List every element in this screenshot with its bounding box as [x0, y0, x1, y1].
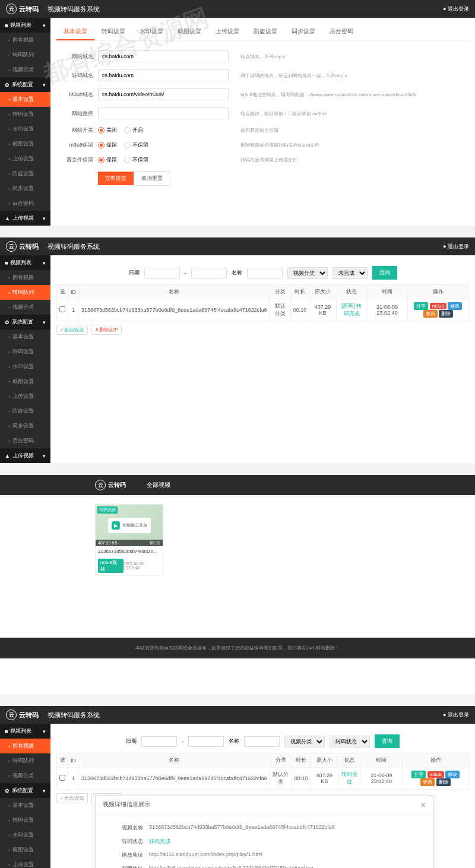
submit-button[interactable]: 立即提交: [98, 172, 134, 185]
sidebar-item-视频列表[interactable]: ■视频列表▾: [0, 18, 50, 33]
sidebar-item-上传设置[interactable]: ▫上传设置: [0, 151, 50, 166]
category-select[interactable]: 视频分类: [287, 267, 328, 279]
sidebar-item-视频分类[interactable]: ▫视频分类: [0, 768, 50, 783]
status-select[interactable]: 未完成: [332, 267, 368, 279]
sidebar-item-后台密码[interactable]: ▫后台密码: [0, 196, 50, 211]
sidebar-item-系统配置[interactable]: ✿系统配置▾: [0, 77, 50, 92]
date-to-input[interactable]: [191, 268, 227, 278]
sidebar-item-视频分类[interactable]: ▫视频分类: [0, 62, 50, 77]
select-all-button[interactable]: ✓全选/反选: [56, 325, 88, 335]
sidebar-item-防盗设置[interactable]: ▫防盗设置: [0, 404, 50, 419]
tab-基本设置[interactable]: 基本设置: [56, 24, 94, 40]
sidebar-item-同步设置[interactable]: ▫同步设置: [0, 181, 50, 196]
name-input[interactable]: [247, 268, 283, 278]
sidebar-item-转码队列[interactable]: ▫转码队列: [0, 47, 50, 62]
form-row: M3u8域名M3u8地址的域名，填写到此如：//www.www.rootcat0…: [56, 85, 469, 104]
radio-option[interactable]: 开启: [124, 126, 143, 134]
menu-label: 水印设置: [12, 831, 34, 839]
sidebar-item-视频分类[interactable]: ▫视频分类: [0, 300, 50, 315]
sidebar-item-上传视频[interactable]: ▲上传视频▾: [0, 211, 50, 226]
radio-option[interactable]: 不保留: [124, 156, 148, 164]
sidebar-item-防盗设置[interactable]: ▫防盗设置: [0, 166, 50, 181]
action-分享[interactable]: 分享: [414, 302, 428, 310]
status-select[interactable]: 转码状态: [330, 736, 370, 747]
modal-close-button[interactable]: ×: [421, 800, 426, 810]
tab-同步设置[interactable]: 同步设置: [284, 24, 322, 40]
sidebar-item-截图设置[interactable]: ▫截图设置: [0, 842, 50, 857]
form-input-转码域名[interactable]: [98, 69, 229, 81]
sidebar-item-水印设置[interactable]: ▫水印设置: [0, 122, 50, 137]
sidebar-item-水印设置[interactable]: ▫水印设置: [0, 828, 50, 842]
tab-转码设置[interactable]: 转码设置: [94, 24, 132, 40]
video-card[interactable]: 转码完成 ▶音频施工开放 407.29 KB00:10 3136673d562b…: [95, 504, 163, 576]
action-分享[interactable]: 分享: [411, 771, 426, 778]
sidebar-item-同步设置[interactable]: ▫同步设置: [0, 419, 50, 433]
search-button[interactable]: 查询: [372, 266, 397, 280]
action-m3u8[interactable]: m3u8: [430, 303, 446, 309]
header: 云云转码 视频转码服务系统 ● 退出登录: [0, 706, 475, 724]
sidebar-item-转码队列[interactable]: ▫转码队列: [0, 753, 50, 768]
tab-水印设置[interactable]: 水印设置: [132, 24, 170, 40]
radio-dot-icon: [124, 157, 131, 163]
row-checkbox[interactable]: [59, 775, 65, 781]
action-更新[interactable]: 更新: [420, 778, 435, 786]
nav-all-videos[interactable]: 全部视频: [147, 481, 170, 489]
sidebar-item-系统配置[interactable]: ✿系统配置▾: [0, 315, 50, 330]
radio-option[interactable]: 关闭: [98, 126, 117, 134]
tab-防盗设置[interactable]: 防盗设置: [246, 24, 284, 40]
sidebar-item-所有视频[interactable]: ▫所有视频: [0, 33, 50, 47]
form-input-网站域名[interactable]: [98, 50, 229, 62]
sidebar-item-上传视频[interactable]: ▲上传视频▾: [0, 448, 50, 463]
date-from-input[interactable]: [144, 268, 180, 278]
radio-option[interactable]: 不保留: [124, 141, 148, 149]
sidebar-item-所有视频[interactable]: ▫所有视频: [0, 270, 50, 285]
action-修改[interactable]: 修改: [445, 771, 460, 778]
date-to-input[interactable]: [188, 736, 224, 747]
search-button[interactable]: 查询: [375, 734, 400, 748]
action-更新[interactable]: 更新: [423, 310, 438, 318]
reset-button[interactable]: 取消重置: [134, 171, 170, 186]
name-input[interactable]: [244, 736, 280, 747]
logout-link[interactable]: ● 退出登录: [443, 243, 469, 251]
select-all-button[interactable]: ✓全选/反选: [56, 793, 88, 803]
date-from-input[interactable]: [141, 736, 177, 747]
sidebar-item-基本设置[interactable]: ▫基本设置: [0, 798, 50, 813]
tab-后台密码[interactable]: 后台密码: [322, 24, 360, 40]
panel-settings: 云云转码 视频转码服务系统 ● 退出登录 ■视频列表▾▫所有视频▫转码队列▫视频…: [0, 0, 475, 226]
tab-上传设置[interactable]: 上传设置: [208, 24, 246, 40]
action-m3u8[interactable]: m3u8: [428, 771, 444, 778]
sidebar-item-转码设置[interactable]: ▫转码设置: [0, 344, 50, 359]
radio-option[interactable]: 保留: [98, 156, 117, 164]
sidebar-item-所有视频[interactable]: ▫所有视频: [0, 739, 50, 753]
sidebar-item-基本设置[interactable]: ▫基本设置: [0, 330, 50, 344]
sidebar-item-截图设置[interactable]: ▫截图设置: [0, 374, 50, 389]
sidebar-item-视频列表[interactable]: ■视频列表▾: [0, 255, 50, 270]
sidebar-item-基本设置[interactable]: ▫基本设置: [0, 92, 50, 107]
form-input-网站路径[interactable]: [98, 107, 229, 119]
sidebar-item-视频列表[interactable]: ■视频列表▾: [0, 724, 50, 739]
sidebar-item-转码设置[interactable]: ▫转码设置: [0, 813, 50, 828]
sidebar-item-上传设置[interactable]: ▫上传设置: [0, 857, 50, 868]
sidebar-item-水印设置[interactable]: ▫水印设置: [0, 359, 50, 374]
action-删除[interactable]: 删除: [436, 778, 451, 786]
sidebar-item-系统配置[interactable]: ✿系统配置▾: [0, 783, 50, 798]
modal-row: 转码状态转码完成: [107, 835, 421, 848]
radio-option[interactable]: 保留: [98, 141, 117, 149]
action-删除[interactable]: 删除: [439, 310, 453, 318]
sidebar-item-截图设置[interactable]: ▫截图设置: [0, 137, 50, 151]
logout-link[interactable]: ● 退出登录: [443, 711, 469, 719]
action-修改[interactable]: 修改: [448, 302, 462, 310]
sidebar-item-上传设置[interactable]: ▫上传设置: [0, 389, 50, 404]
form-input-M3u8域名[interactable]: [98, 88, 229, 100]
row-checkbox[interactable]: [59, 306, 65, 312]
sidebar-item-转码设置[interactable]: ▫转码设置: [0, 107, 50, 122]
logo: 云云转码: [95, 480, 126, 490]
video-meta: m3u8视频 2021-06-09 23:02:40: [96, 556, 163, 575]
delete-selected-button[interactable]: ✗删除选中: [91, 325, 122, 335]
sidebar-item-转码队列[interactable]: ▫转码队列: [0, 285, 50, 300]
tab-截图设置[interactable]: 截图设置: [170, 24, 208, 40]
sidebar-item-后台密码[interactable]: ▫后台密码: [0, 433, 50, 448]
category-select[interactable]: 视频分类: [284, 736, 325, 747]
logout-link[interactable]: ● 退出登录: [443, 5, 469, 13]
menu-icon: ✿: [5, 319, 10, 325]
